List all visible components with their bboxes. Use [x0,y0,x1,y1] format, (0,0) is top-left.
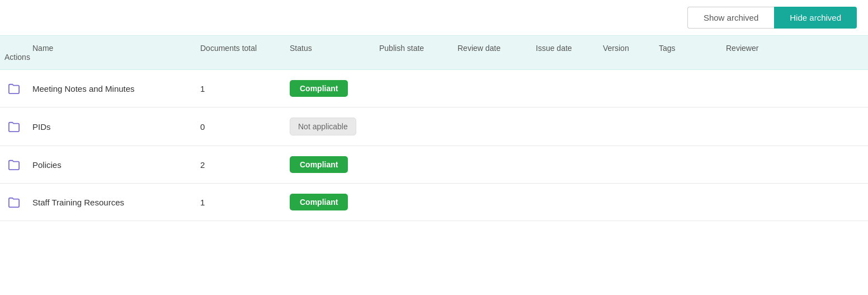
table-row[interactable]: PIDs 0 Not applicable [0,107,868,146]
row-status: Compliant [285,194,375,210]
folder-icon [0,196,28,208]
hide-archived-button[interactable]: Hide archived [774,7,857,29]
folder-icon [0,159,28,170]
table-container: Name Documents total Status Publish stat… [0,35,868,221]
row-documents-total: 1 [196,198,285,207]
header-actions: Actions [0,53,28,62]
table-row[interactable]: Staff Training Resources 1 Compliant [0,184,868,221]
folder-icon [0,83,28,94]
row-name: Policies [28,160,196,170]
top-bar: Show archived Hide archived [0,0,868,35]
row-documents-total: 1 [196,84,285,93]
header-name: Name [28,44,196,53]
row-documents-total: 0 [196,122,285,132]
header-issue-date: Issue date [531,44,598,53]
header-reviewer: Reviewer [721,44,777,53]
row-status: Compliant [285,156,375,173]
folder-icon [0,121,28,132]
table-header: Name Documents total Status Publish stat… [0,35,868,70]
header-status: Status [285,44,375,53]
header-version: Version [598,44,654,53]
header-documents-total: Documents total [196,44,285,53]
table-row[interactable]: Meeting Notes and Minutes 1 Compliant [0,70,868,107]
status-badge-compliant: Compliant [290,194,348,210]
row-documents-total: 2 [196,160,285,170]
row-name: Staff Training Resources [28,198,196,207]
row-status: Not applicable [285,118,375,135]
row-name: PIDs [28,122,196,132]
table-row[interactable]: Policies 2 Compliant [0,146,868,184]
header-review-date: Review date [453,44,531,53]
table-body: Meeting Notes and Minutes 1 Compliant PI… [0,70,868,221]
status-badge-compliant: Compliant [290,156,348,173]
row-name: Meeting Notes and Minutes [28,84,196,93]
header-publish-state: Publish state [375,44,453,53]
status-badge-compliant: Compliant [290,80,348,97]
show-archived-button[interactable]: Show archived [687,7,774,29]
status-badge-not-applicable: Not applicable [290,118,356,135]
row-status: Compliant [285,80,375,97]
header-tags: Tags [654,44,721,53]
header-icon-col [0,44,28,53]
